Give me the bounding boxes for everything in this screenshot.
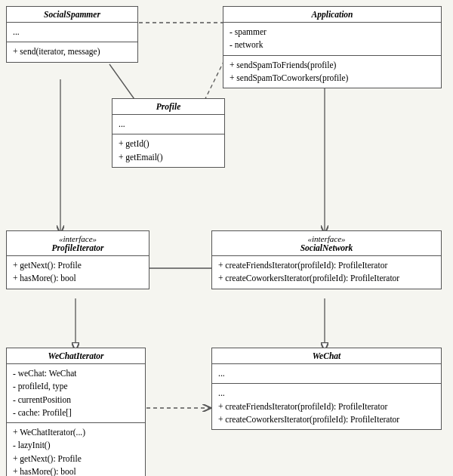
wechat-iterator-title: WeChatIterator — [7, 348, 145, 364]
social-network-box: «interface» SocialNetwork + createFriend… — [211, 230, 442, 289]
social-spammer-title: SocialSpammer — [7, 7, 137, 23]
profile-section2: + getId() + getEmail() — [112, 134, 224, 167]
wechat-iterator-box: WeChatIterator - weChat: WeChat - profil… — [6, 348, 146, 476]
profile-box: Profile ... + getId() + getEmail() — [112, 98, 225, 168]
social-spammer-section2: + send(iterator, message) — [7, 42, 137, 61]
social-spammer-section1: ... — [7, 23, 137, 42]
wechat-section1: ... — [212, 364, 441, 384]
social-spammer-box: SocialSpammer ... + send(iterator, messa… — [6, 6, 138, 63]
application-section2: + sendSpamToFriends(profile) + sendSpamT… — [223, 56, 441, 88]
social-network-section1: + createFriendsIterator(profileId): Prof… — [212, 256, 441, 289]
profile-iterator-section1: + getNext(): Profile + hasMore(): bool — [7, 256, 149, 289]
wechat-iterator-section1: - weChat: WeChat - profileId, type - cur… — [7, 364, 145, 423]
wechat-section2: ... + createFriendsIterator(profileId): … — [212, 384, 441, 429]
wechat-box: WeChat ... ... + createFriendsIterator(p… — [211, 348, 442, 430]
wechat-title: WeChat — [212, 348, 441, 364]
profile-title: Profile — [112, 99, 224, 115]
uml-diagram: SocialSpammer ... + send(iterator, messa… — [0, 0, 453, 476]
profile-iterator-box: «interface» ProfileIterator + getNext():… — [6, 230, 149, 289]
application-section1: - spammer - network — [223, 23, 441, 56]
social-network-title: «interface» SocialNetwork — [212, 231, 441, 256]
wechat-iterator-section2: + WeChatIterator(...) - lazyInit() + get… — [7, 423, 145, 476]
application-box: Application - spammer - network + sendSp… — [223, 6, 442, 88]
profile-iterator-title: «interface» ProfileIterator — [7, 231, 149, 256]
application-title: Application — [223, 7, 441, 23]
profile-section1: ... — [112, 115, 224, 134]
